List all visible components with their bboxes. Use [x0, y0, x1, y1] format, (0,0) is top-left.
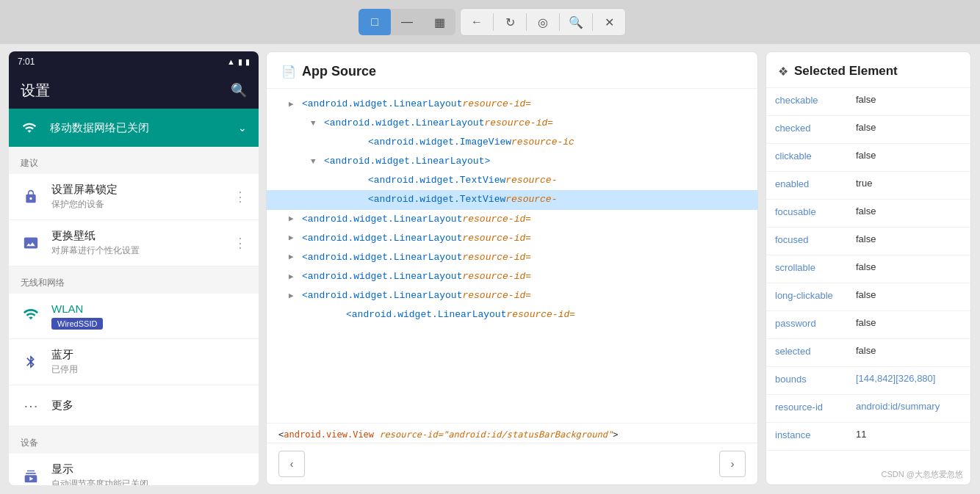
bottom-xml-line: <android.view.View resource-id="android:… [267, 423, 757, 443]
source-header-icon: 📄 [281, 65, 296, 79]
source-line-11: <android.widget.LinearLayout resource-id… [267, 305, 757, 324]
source-next-btn[interactable]: › [719, 451, 746, 477]
source-line-1: ▼ <android.widget.LinearLayout resource-… [267, 114, 757, 133]
wifi-content: WLAN WiredSSID [51, 302, 247, 330]
display-subtitle: 自动调节亮度功能已关闭 [51, 478, 247, 485]
prop-value-checkable: false [856, 94, 962, 105]
screenshot-btn[interactable]: □ [359, 9, 391, 35]
prop-name-long-clickable: long-clickable [775, 289, 856, 301]
eye-btn[interactable]: ◎ [527, 9, 559, 35]
prop-value-resource-id[interactable]: android:id/summary [856, 401, 962, 412]
tag-11: <android.widget.LinearLayout [346, 307, 506, 323]
prop-value-clickable: false [856, 150, 962, 161]
source-line-4: <android.widget.TextView resource- [267, 171, 757, 190]
section-network-label: 无线和网络 [9, 266, 259, 294]
source-line-3: ▼ <android.widget.LinearLayout> [267, 152, 757, 171]
display-item[interactable]: 显示 自动调节亮度功能已关闭 [9, 454, 259, 485]
arrow-1[interactable]: ▼ [311, 117, 323, 131]
back-icon: ← [471, 15, 483, 29]
prop-name-focusable: focusable [775, 206, 856, 217]
wifi-status-icon: ▲ [227, 57, 235, 66]
top-toolbar: □ — ▦ ← ↻ ◎ 🔍 ✕ [0, 0, 980, 44]
attr-7: resource-id= [462, 230, 531, 247]
prop-name-enabled: enabled [775, 178, 856, 189]
source-line-0: ▶ <android.widget.LinearLayout resource-… [267, 95, 757, 114]
device-search-icon[interactable]: 🔍 [231, 82, 247, 98]
selected-element-panel: ❖ Selected Element checkable false check… [765, 51, 971, 485]
bluetooth-icon [21, 352, 41, 372]
selected-header-icon: ❖ [778, 65, 788, 79]
source-body[interactable]: ▶ <android.widget.LinearLayout resource-… [267, 89, 757, 423]
status-icons: ▲ ▮ ▮ [227, 57, 250, 67]
attr-6: resource-id= [462, 211, 531, 228]
refresh-btn[interactable]: ↻ [494, 9, 526, 35]
wifi-item[interactable]: WLAN WiredSSID [9, 294, 259, 339]
source-line-5[interactable]: <android.widget.TextView resource- [267, 190, 757, 209]
section-suggest-label: 建议 [9, 147, 259, 174]
arrow-3[interactable]: ▼ [311, 155, 323, 169]
lock-screen-item[interactable]: 设置屏幕锁定 保护您的设备 ⋮ [9, 174, 259, 220]
wallpaper-more: ⋮ [234, 235, 247, 251]
arrow-7[interactable]: ▶ [289, 231, 300, 245]
arrow-10[interactable]: ▶ [289, 289, 300, 303]
prop-value-long-clickable: false [856, 289, 962, 300]
prop-checkable: checkable false [766, 88, 970, 116]
arrow-8[interactable]: ▶ [289, 250, 300, 264]
more-item[interactable]: ⋯ 更多 [9, 385, 259, 426]
tag-10: <android.widget.LinearLayout [302, 288, 462, 304]
tag-4: <android.widget.TextView [368, 172, 505, 189]
close-nav-btn[interactable]: ✕ [593, 9, 625, 35]
source-header: 📄 App Source [267, 52, 757, 89]
more-icon: ⋯ [21, 396, 41, 416]
attr-1: resource-id= [484, 115, 553, 131]
refresh-icon: ↻ [505, 15, 515, 29]
source-prev-icon: ‹ [290, 458, 294, 470]
bluetooth-item[interactable]: 蓝牙 已停用 [9, 339, 259, 385]
wallpaper-item[interactable]: 更换壁纸 对屏幕进行个性化设置 ⋮ [9, 220, 259, 266]
eye-icon: ◎ [538, 15, 548, 29]
tag-9: <android.widget.LinearLayout [302, 269, 462, 285]
tag-3: <android.widget.LinearLayout> [324, 153, 490, 170]
device-status-bar: 7:01 ▲ ▮ ▮ [9, 51, 259, 72]
prop-focusable: focusable false [766, 200, 970, 228]
selected-body: checkable false checked false clickable … [766, 88, 970, 465]
tag-7: <android.widget.LinearLayout [302, 230, 462, 247]
tag-0: <android.widget.LinearLayout [302, 96, 462, 112]
prop-name-selected: selected [775, 345, 856, 357]
prop-value-focusable: false [856, 206, 962, 217]
close-nav-icon: ✕ [605, 15, 614, 29]
status-bar-time: 7:01 [18, 57, 35, 67]
prop-selected: selected false [766, 339, 970, 367]
section-device-label: 设备 [9, 426, 259, 454]
prop-value-bounds[interactable]: [144,842][326,880] [856, 373, 962, 384]
attr-8: resource-id= [462, 250, 531, 266]
prop-name-bounds: bounds [775, 373, 856, 385]
source-line-8: ▶ <android.widget.LinearLayout resource-… [267, 248, 757, 267]
tag-6: <android.widget.LinearLayout [302, 211, 462, 228]
wallpaper-title: 更换壁纸 [51, 229, 234, 243]
prop-name-focused: focused [775, 233, 856, 245]
arrow-4 [355, 174, 367, 188]
arrow-9[interactable]: ▶ [289, 270, 300, 284]
search-nav-btn[interactable]: 🔍 [560, 9, 592, 35]
source-line-7: ▶ <android.widget.LinearLayout resource-… [267, 229, 757, 248]
back-btn[interactable]: ← [461, 9, 493, 35]
device-header: 设置 🔍 [9, 72, 259, 109]
screenshot-icon: □ [371, 15, 378, 29]
view-mode-group: □ — ▦ [359, 9, 455, 35]
arrow-6[interactable]: ▶ [289, 212, 300, 226]
arrow-0[interactable]: ▶ [289, 98, 300, 112]
minus-btn[interactable]: — [391, 9, 423, 35]
attr-9: resource-id= [462, 269, 531, 285]
prop-value-instance: 11 [856, 429, 962, 440]
source-header-title: App Source [302, 64, 376, 79]
prop-long-clickable: long-clickable false [766, 283, 970, 311]
lock-screen-content: 设置屏幕锁定 保护您的设备 [51, 183, 234, 211]
grid-btn[interactable]: ▦ [423, 9, 455, 35]
mobile-data-item[interactable]: 移动数据网络已关闭 ⌄ [9, 109, 259, 147]
grid-icon: ▦ [434, 15, 445, 29]
source-prev-btn[interactable]: ‹ [278, 451, 305, 477]
prop-clickable: clickable false [766, 144, 970, 172]
watermark: CSDN @大忽悠爱忽悠 [766, 465, 970, 484]
bluetooth-title: 蓝牙 [51, 348, 247, 362]
